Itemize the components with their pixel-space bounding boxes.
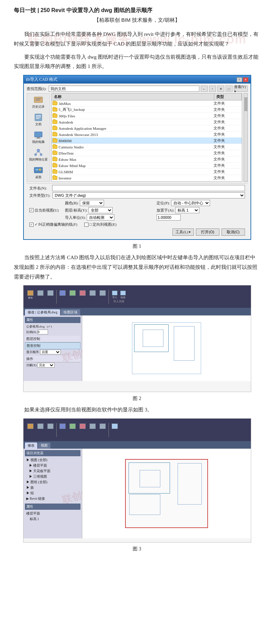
import-units-row: 导入单位(S): 自动检测 [65, 214, 153, 221]
display-order-select[interactable]: 后置 前置 [40, 350, 61, 354]
orient-view-checkbox[interactable] [84, 223, 88, 227]
table-row[interactable]: Inventor 文件夹 [52, 175, 242, 181]
tab3-view[interactable]: 视图 [38, 442, 50, 449]
table-row[interactable]: DSeeTem 文件夹 [52, 150, 242, 156]
toolbar-btn-1[interactable]: 修改 [26, 290, 35, 304]
toolbar3-btn-4[interactable] [58, 423, 67, 437]
toolbar-btn-5[interactable] [68, 290, 77, 304]
toolbar3-btn-1[interactable] [26, 423, 35, 437]
table-row[interactable]: Edraw Max 文件夹 [52, 156, 242, 163]
new-folder-btn[interactable]: □ [226, 86, 233, 92]
look-in-input[interactable]: 我的文档 [49, 86, 199, 92]
toolbar3-btn-5[interactable] [68, 423, 77, 437]
dialog-title-icon: 🗁 [26, 77, 30, 82]
table-row[interactable]: Camtasia Studio 文件夹 [52, 144, 242, 150]
file-name-label: 文件名(N): [29, 186, 50, 191]
left-panel-history[interactable]: 历史记录 [28, 95, 49, 110]
explode-row: 分解(X) 完全 部分 [25, 362, 81, 368]
file-type-select[interactable]: DWG 文件 (*.dwg) [53, 192, 245, 198]
svg-rect-15 [34, 167, 42, 173]
correct-lines-checkbox[interactable]: ✓ [29, 223, 34, 227]
table-row[interactable]: Autodesk Application Manager 文件夹 [52, 125, 242, 131]
import-btn-2[interactable]: 链接 [119, 290, 127, 300]
dialog-bottom: 文件名(N): 文件类型(T): DWG 文件 (*.dwg) ✓ 仅当前视图(… [27, 183, 248, 237]
toolbar-btn-3[interactable] [46, 290, 55, 304]
table-row[interactable]: 360js Files 文件夹 [52, 113, 242, 119]
view-btn[interactable]: 查看(V) ▾ [234, 86, 248, 92]
place-at-select[interactable]: 标高 1 [175, 207, 199, 213]
tab3-modify[interactable]: 修改 [25, 442, 37, 449]
file-name-input[interactable] [52, 185, 245, 191]
svg-rect-2 [36, 100, 40, 100]
svg-point-12 [40, 154, 42, 156]
toolbar3-btn-2[interactable] [36, 423, 45, 437]
toolbar-btn-2[interactable] [36, 290, 45, 304]
import-units-select[interactable]: 自动检测 [87, 214, 114, 221]
left-panel-mypc[interactable]: 我的电脑 [28, 130, 49, 145]
properties-panel: 属性 公参格局.dwg (✓) 比例(0): 图层控制 图形控制 显示顺序: 后… [23, 315, 82, 381]
import-units-label: 导入单位(S): [65, 215, 86, 220]
left-panel-docs[interactable]: 文档 [28, 113, 49, 127]
import-btn-1[interactable]: 导入 [111, 290, 119, 300]
scale-value-input[interactable] [38, 330, 48, 334]
scrollbar-thumb[interactable] [244, 97, 248, 111]
svg-line-14 [38, 152, 41, 154]
table-row[interactable]: Autodesk 文件夹 [52, 119, 242, 125]
toolbar-btn-6[interactable] [78, 290, 87, 304]
toolbar3-btn-7[interactable] [88, 423, 97, 437]
svg-rect-6 [36, 118, 39, 119]
toolbar3-btn-8[interactable] [98, 423, 107, 437]
table-row[interactable]: Autodesk Showcase 2013 文件夹 [52, 131, 242, 138]
svg-rect-8 [37, 137, 40, 138]
layers-select[interactable]: 全部 [88, 207, 113, 213]
dialog-import-cad: 🗁 导入 CAD 格式 ? ✕ 查找范围(I): 我的文档 ← ↑ ✕ □ 查看… [23, 75, 251, 240]
toolbar-btn-4[interactable] [58, 290, 67, 304]
positioning-select[interactable]: 自动 - 中心到中心 [171, 200, 210, 206]
network-label: 我的网络位置 [29, 157, 48, 162]
table-row[interactable]: 5_再飞1_backup 文件夹 [52, 107, 242, 113]
table-row[interactable]: Edraw Mind Map 文件夹 [52, 163, 242, 169]
table-row[interactable]: BMBIM 文件夹 [52, 138, 242, 144]
svg-point-10 [37, 149, 40, 152]
only-current-view-checkbox[interactable]: ✓ [29, 208, 34, 212]
tab-modify[interactable]: 修改 | 公参格局.dwg [25, 309, 60, 315]
level1-label: 标高 1 [25, 516, 81, 522]
cancel-button[interactable]: 取消(C) [221, 228, 245, 236]
nav-back-btn[interactable]: ← [201, 86, 208, 92]
tab-drawing[interactable]: 绘图区域 [61, 309, 80, 315]
revit-tab-bar-2: 修改 | 公参格局.dwg 绘图区域 [23, 308, 251, 315]
left-panel-network[interactable]: 我的网络位置 [28, 148, 49, 163]
paragraph-4: 如果未选择仅应用到当前视图则在软件中的显示如图 3。 [14, 405, 260, 415]
network-icon [34, 148, 43, 157]
color-select[interactable]: 保留 [80, 200, 104, 206]
toolbar-btn-8[interactable] [98, 290, 107, 304]
color-row: 颜色(B): 保留 [65, 200, 153, 206]
scale-input[interactable] [157, 214, 181, 221]
dialog-titlebar-buttons: ? ✕ [237, 77, 248, 82]
dialog-title-text: 导入 CAD 格式 [30, 77, 57, 82]
delete-btn[interactable]: ✕ [217, 86, 224, 92]
svg-rect-17 [39, 169, 41, 170]
svg-rect-1 [36, 98, 41, 99]
toolbar3-btn-3[interactable] [46, 423, 55, 437]
col-type-header: 类型 [214, 94, 242, 100]
explode-select[interactable]: 完全 部分 [37, 363, 55, 368]
tools-dropdown[interactable]: 工具(L) ▾ [172, 228, 194, 236]
revit-content-2: 属性 公参格局.dwg (✓) 比例(0): 图层控制 图形控制 显示顺序: 后… [23, 315, 251, 381]
toolbar3-btn-9[interactable] [110, 423, 120, 437]
nav-up-btn[interactable]: ↑ [209, 86, 216, 92]
open-button[interactable]: 打开(O) [196, 228, 219, 236]
help-btn[interactable]: ? [237, 77, 242, 82]
paragraph-1: 我们在实际工作中经常需要将各种 DWG 图纸导入到 revit 中进行参考，有时… [14, 30, 260, 49]
properties-header: 属性 [25, 317, 81, 323]
left-panel-desktop[interactable]: 桌面 [28, 165, 49, 180]
toolbar3-btn-6[interactable] [78, 423, 87, 437]
docs-icon [34, 113, 43, 121]
toolbar-btn-7[interactable] [88, 290, 97, 304]
scrollbar[interactable] [244, 93, 248, 182]
table-row[interactable]: GLSBIM 文件夹 [52, 169, 242, 175]
table-row[interactable]: 3dsMax 文件夹 [52, 100, 242, 107]
actions-section: 操作 [25, 356, 81, 362]
tree-sheets: ▶ 图纸 (全部) [25, 479, 81, 485]
close-btn[interactable]: ✕ [243, 77, 248, 82]
